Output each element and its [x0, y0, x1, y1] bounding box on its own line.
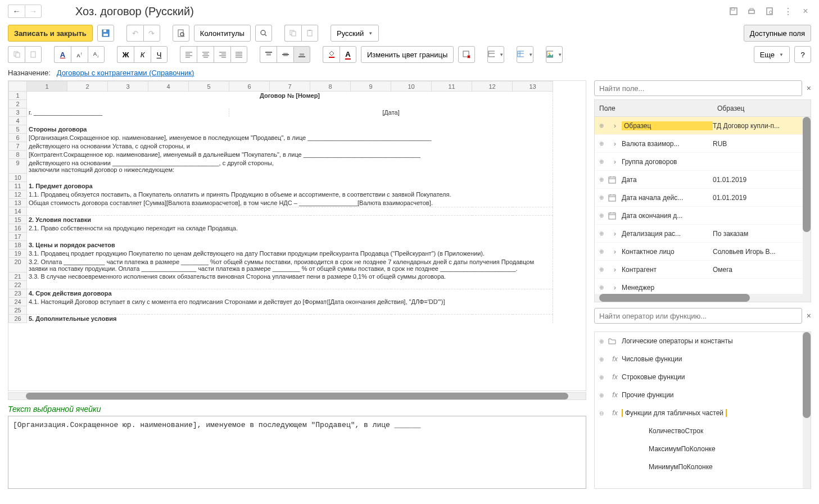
close-icon[interactable]: × — [800, 6, 811, 17]
funcs-vscroll[interactable] — [803, 332, 811, 488]
align-left-button[interactable] — [180, 46, 197, 63]
more-button[interactable]: Еще▼ — [754, 46, 790, 63]
col-header[interactable]: 7 — [270, 81, 310, 92]
cell[interactable]: 5. Дополнительные условия — [27, 315, 553, 323]
function-row[interactable]: ⊖fxФункции для табличных частей — [595, 404, 803, 422]
border-color-button[interactable]: Изменить цвет границы — [361, 46, 454, 63]
spreadsheet[interactable]: 1 2 3 4 5 6 7 8 9 10 11 12 13 1Договор №… — [8, 80, 586, 391]
save-close-button[interactable]: Записать и закрыть — [8, 25, 93, 42]
field-row[interactable]: ⊕Дата окончания д... — [595, 207, 803, 225]
field-row[interactable]: ⊕Дата начала дейс...01.01.2019 — [595, 189, 803, 207]
expand-icon[interactable]: ⊕ — [595, 356, 608, 362]
align-right-button[interactable] — [214, 46, 230, 63]
expand-icon[interactable]: ⊕ — [595, 140, 608, 147]
preview-button[interactable] — [173, 25, 189, 42]
cell[interactable]: действующего на основании ______________… — [27, 159, 553, 174]
expand-icon[interactable]: ⊕ — [595, 338, 608, 344]
cell[interactable] — [27, 281, 553, 289]
cell[interactable]: 1.1. Продавец обязуется поставить, а Пок… — [27, 190, 553, 199]
save-icon[interactable] — [728, 6, 739, 17]
expand-icon[interactable]: ⊖ — [595, 410, 608, 416]
field-row[interactable]: ⊕›Детализация рас...По заказам — [595, 225, 803, 243]
cell[interactable]: 3. Цены и порядок расчетов — [27, 241, 553, 249]
italic-button[interactable]: К — [134, 46, 151, 63]
underline-button[interactable]: Ч — [151, 46, 168, 63]
cell[interactable]: [Дата] — [229, 108, 553, 117]
sheet-hscroll[interactable] — [8, 392, 586, 400]
cell-text-editor[interactable]: [Организация.Сокращенное юр. наименовани… — [8, 416, 586, 489]
col-header[interactable]: 3 — [108, 81, 148, 92]
print-icon[interactable] — [746, 6, 757, 17]
available-fields-button[interactable]: Доступные поля — [744, 25, 811, 42]
cell[interactable] — [27, 174, 553, 182]
clear-format-button[interactable] — [458, 46, 475, 63]
cell[interactable]: 4.1. Настоящий Договор вступает в силу с… — [27, 298, 553, 306]
functions-search-input[interactable] — [594, 308, 802, 324]
fields-close-icon[interactable]: × — [807, 84, 811, 93]
col-header[interactable]: 2 — [67, 81, 108, 92]
preview-icon[interactable] — [764, 6, 775, 17]
cell[interactable] — [27, 100, 553, 108]
language-dropdown[interactable]: Русский▼ — [331, 25, 379, 42]
more-icon[interactable]: ⋮ — [782, 6, 793, 17]
cell[interactable]: г. ____________________ — [27, 108, 229, 117]
valign-mid-button[interactable] — [277, 46, 293, 63]
cell[interactable]: 2.1. Право собственности на продукцию пе… — [27, 224, 553, 233]
nav-forward-button[interactable]: → — [25, 4, 42, 18]
image-button[interactable]: ▼ — [546, 46, 563, 63]
cell[interactable]: 3.1. Продавец продает продукцию Покупате… — [27, 249, 553, 258]
cell[interactable]: Общая стоимость договора составляет [Сум… — [27, 199, 553, 207]
field-row[interactable]: ⊕›Валюта взаимор...RUB — [595, 135, 803, 153]
col-header[interactable]: 11 — [432, 81, 472, 92]
expand-icon[interactable]: ⊕ — [595, 230, 608, 237]
copy2-button[interactable] — [8, 46, 25, 63]
col-header[interactable]: 13 — [513, 81, 553, 92]
field-row[interactable]: ⊕›Группа договоров — [595, 153, 803, 171]
nav-back-button[interactable]: ← — [8, 4, 25, 18]
fill-color-button[interactable] — [323, 46, 340, 63]
field-row[interactable]: ⊕›КонтрагентОмега — [595, 261, 803, 279]
find-button[interactable] — [255, 25, 272, 42]
align-center-button[interactable] — [197, 46, 214, 63]
font-size-dec-button[interactable]: А↓ — [88, 46, 105, 63]
align-justify-button[interactable] — [230, 46, 247, 63]
fields-col-sample[interactable]: Образец — [713, 105, 811, 112]
cell[interactable]: 4. Срок действия договора — [27, 289, 553, 298]
expand-icon[interactable]: ⊕ — [595, 158, 608, 165]
font-size-inc-button[interactable]: А↑ — [71, 46, 88, 63]
expand-icon[interactable]: ⊕ — [595, 266, 608, 273]
cell[interactable] — [27, 306, 553, 315]
text-color-button[interactable]: А — [340, 46, 356, 63]
headers-footers-button[interactable]: Колонтитулы — [194, 25, 251, 42]
cell[interactable]: действующего на основании Устава, с одно… — [27, 142, 553, 151]
bold-button[interactable]: Ж — [117, 46, 134, 63]
valign-bottom-button[interactable] — [293, 46, 310, 63]
save-button[interactable] — [97, 25, 114, 42]
col-header[interactable]: 8 — [310, 81, 351, 92]
function-row[interactable]: ⊕fxПрочие функции — [595, 386, 803, 404]
fields-search-input[interactable] — [594, 80, 802, 96]
cell[interactable]: 1. Предмет договора — [27, 182, 553, 190]
col-header[interactable]: 10 — [391, 81, 432, 92]
expand-icon[interactable]: ⊕ — [595, 176, 608, 183]
expand-icon[interactable]: ⊕ — [595, 284, 608, 290]
col-header[interactable]: 6 — [229, 81, 270, 92]
valign-top-button[interactable] — [260, 46, 277, 63]
functions-close-icon[interactable]: × — [807, 311, 811, 320]
expand-icon[interactable]: ⊕ — [595, 374, 608, 380]
font-color-button[interactable]: А — [54, 46, 71, 63]
table-button[interactable]: ▼ — [517, 46, 533, 63]
fields-vscroll[interactable] — [803, 117, 811, 294]
help-button[interactable]: ? — [794, 46, 811, 63]
function-row[interactable]: ⊕Логические операторы и константы — [595, 332, 803, 350]
function-row[interactable]: ⊕fxЧисловые функции — [595, 350, 803, 368]
paste-button[interactable] — [301, 25, 318, 42]
col-header[interactable]: 4 — [148, 81, 189, 92]
field-row[interactable]: ⊕›Менеджер — [595, 279, 803, 294]
cell[interactable]: 3.3. В случае несвоевременного исполнени… — [27, 273, 553, 281]
redo-button[interactable]: ↷ — [143, 25, 160, 42]
field-row[interactable]: ⊕›Контактное лицоСоловьев Игорь В... — [595, 243, 803, 261]
copy-button[interactable] — [284, 25, 301, 42]
expand-icon[interactable]: ⊕ — [595, 248, 608, 255]
col-header[interactable]: 1 — [27, 81, 67, 92]
